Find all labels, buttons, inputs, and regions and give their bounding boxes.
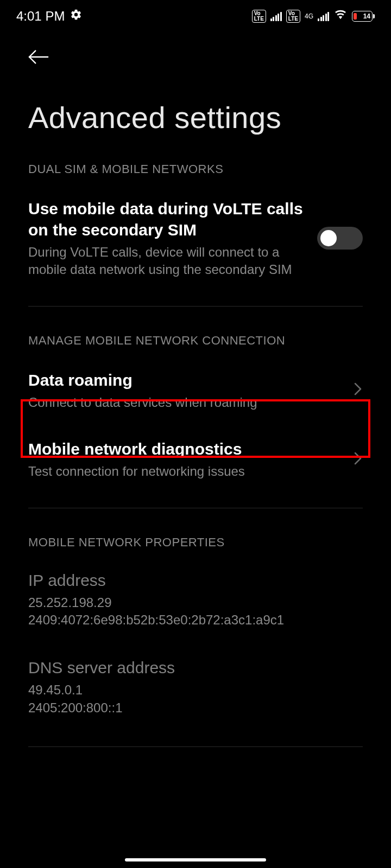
- chevron-right-icon: [353, 450, 363, 469]
- status-right: VoLTE VoLTE 4G 14: [252, 9, 375, 24]
- battery-icon: 14: [352, 11, 375, 22]
- battery-percentage: 14: [363, 12, 370, 20]
- data-roaming-subtitle: Connect to data services when roaming: [28, 394, 342, 411]
- nav-bar: [0, 33, 391, 78]
- network-diagnostics-item[interactable]: Mobile network diagnostics Test connecti…: [0, 438, 391, 507]
- page-title: Advanced settings: [0, 78, 391, 162]
- data-roaming-item[interactable]: Data roaming Connect to data services wh…: [0, 369, 391, 438]
- volte-toggle[interactable]: [317, 227, 363, 250]
- dns-title: DNS server address: [28, 659, 363, 677]
- toggle-knob: [320, 230, 337, 246]
- ip-address-value: 25.252.198.29 2409:4072:6e98:b52b:53e0:2…: [28, 594, 363, 629]
- divider: [28, 306, 363, 307]
- wifi-icon: [333, 9, 348, 24]
- chevron-right-icon: [353, 381, 363, 399]
- data-roaming-title: Data roaming: [28, 369, 342, 391]
- divider: [28, 746, 363, 747]
- status-left: 4:01 PM: [16, 9, 82, 24]
- section-header-properties: MOBILE NETWORK PROPERTIES: [0, 535, 391, 571]
- ip-address-item: IP address 25.252.198.29 2409:4072:6e98:…: [0, 571, 391, 659]
- dns-server-item: DNS server address 49.45.0.1 2405:200:80…: [0, 659, 391, 746]
- section-header-dual-sim: DUAL SIM & MOBILE NETWORKS: [0, 162, 391, 198]
- signal-bars-icon-1: [270, 11, 282, 21]
- dns-value: 49.45.0.1 2405:200:800::1: [28, 681, 363, 717]
- volte-secondary-sim-item[interactable]: Use mobile data during VoLTE calls on th…: [0, 198, 391, 306]
- volte-item-subtitle: During VoLTE calls, device will connect …: [28, 244, 306, 279]
- signal-bars-icon-2: [318, 11, 329, 21]
- status-time: 4:01 PM: [16, 9, 65, 24]
- volte-icon-1: VoLTE: [252, 10, 266, 23]
- volte-icon-2: VoLTE: [286, 10, 300, 23]
- network-type-label: 4G: [305, 13, 313, 20]
- section-header-manage-connection: MANAGE MOBILE NETWORK CONNECTION: [0, 334, 391, 369]
- home-indicator[interactable]: [125, 858, 266, 861]
- ip-address-title: IP address: [28, 571, 363, 590]
- back-button[interactable]: [28, 58, 49, 67]
- status-bar: 4:01 PM VoLTE VoLTE 4G 14: [0, 0, 391, 33]
- volte-item-title: Use mobile data during VoLTE calls on th…: [28, 198, 306, 240]
- divider: [28, 508, 363, 508]
- diagnostics-subtitle: Test connection for networking issues: [28, 463, 342, 480]
- diagnostics-title: Mobile network diagnostics: [28, 438, 342, 459]
- gear-icon: [70, 9, 82, 24]
